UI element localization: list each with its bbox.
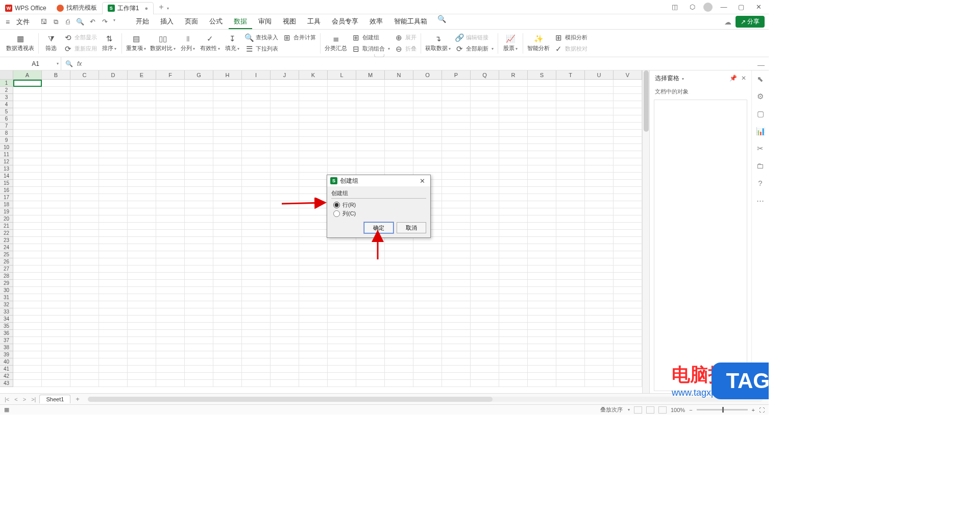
vertical-scrollbar[interactable] [642, 70, 649, 393]
col-header[interactable]: E [128, 70, 156, 79]
cube-icon[interactable]: ⬡ [686, 3, 698, 11]
row-header[interactable]: 5 [0, 108, 13, 115]
dropdown-button[interactable]: ☰下拉列表 [242, 44, 280, 54]
row-header[interactable]: 9 [0, 137, 13, 144]
col-header[interactable]: P [442, 70, 471, 79]
maximize-button[interactable]: ▢ [735, 3, 747, 11]
col-header[interactable]: J [271, 70, 299, 79]
link-icon[interactable]: ⧉ [51, 18, 60, 26]
view-break-icon[interactable] [658, 406, 667, 414]
horizontal-scrollbar[interactable] [88, 397, 763, 402]
expand-button[interactable]: ⊕展开 [392, 33, 419, 43]
row-header[interactable]: 35 [0, 323, 13, 330]
col-header[interactable]: I [242, 70, 271, 79]
row-header[interactable]: 21 [0, 223, 13, 230]
row-header[interactable]: 18 [0, 201, 13, 208]
row-header[interactable]: 8 [0, 130, 13, 137]
screen-icon[interactable]: ▢ [756, 109, 765, 118]
col-radio[interactable]: 列(C) [331, 209, 426, 218]
tab-efficiency[interactable]: 效率 [364, 15, 388, 29]
panel-icon[interactable]: ◫ [669, 3, 681, 11]
col-header[interactable]: C [70, 70, 99, 79]
search-icon[interactable]: 🔍 [433, 15, 450, 29]
col-header[interactable]: F [156, 70, 185, 79]
col-header[interactable]: Q [471, 70, 499, 79]
col-header[interactable]: O [413, 70, 442, 79]
sheet-nav-prev[interactable]: < [13, 396, 19, 402]
consolidate-button[interactable]: ⊞合并计算 [280, 33, 318, 43]
row-header[interactable]: 19 [0, 208, 13, 215]
sheet-tab[interactable]: Sheet1 [39, 395, 70, 403]
ok-button[interactable]: 确定 [364, 222, 394, 233]
undo-icon[interactable]: ↶ [88, 18, 97, 26]
formula-input[interactable] [86, 60, 753, 67]
row-header[interactable]: 25 [0, 251, 13, 258]
tab-start[interactable]: 开始 [131, 15, 154, 29]
row-header[interactable]: 1 [0, 80, 13, 87]
app-tab[interactable]: W WPS Office [0, 2, 52, 14]
row-header[interactable]: 13 [0, 165, 13, 173]
row-header[interactable]: 40 [0, 358, 13, 366]
tab-tools[interactable]: 工具 [302, 15, 326, 29]
tab-close-icon[interactable]: ● [144, 5, 148, 11]
row-header[interactable]: 31 [0, 294, 13, 301]
tab-formula[interactable]: 公式 [204, 15, 228, 29]
add-sheet-button[interactable]: + [72, 395, 83, 403]
filter-button[interactable]: ⧩ 筛选 [41, 33, 61, 53]
file-menu[interactable]: 文件 [13, 17, 33, 27]
ribbon-expand-handle[interactable] [374, 54, 384, 57]
show-all-button[interactable]: ⟲全部显示 [61, 33, 99, 43]
fullscreen-icon[interactable]: ⛶ [759, 407, 765, 413]
tab-insert[interactable]: 插入 [155, 15, 179, 29]
cloud-icon[interactable]: ☁ [724, 18, 731, 26]
row-header[interactable]: 33 [0, 308, 13, 316]
row-header[interactable]: 27 [0, 266, 13, 273]
group-button[interactable]: ⊞创建组 [349, 33, 392, 43]
sheet-nav-next[interactable]: > [21, 396, 28, 402]
backup-icon[interactable]: 🗀 [756, 161, 765, 171]
stocks-button[interactable]: 📈股票▾ [500, 33, 521, 53]
add-tab-button[interactable]: + ▾ [154, 3, 174, 12]
sheet-nav-last[interactable]: >| [30, 396, 37, 402]
cancel-button[interactable]: 取消 [397, 222, 426, 233]
col-header[interactable]: D [99, 70, 128, 79]
split-button[interactable]: ⫴分列▾ [178, 33, 198, 53]
redo-icon[interactable]: ↷ [100, 18, 109, 26]
col-header[interactable]: R [499, 70, 528, 79]
chart-icon[interactable]: 📊 [756, 127, 765, 136]
taskpane-minimize-icon[interactable]: — [757, 61, 769, 69]
template-tab[interactable]: 找稻壳模板 [52, 2, 102, 14]
hamburger-icon[interactable]: ≡ [4, 18, 11, 26]
col-header[interactable]: L [328, 70, 356, 79]
col-header[interactable]: U [585, 70, 614, 79]
close-button[interactable]: ✕ [752, 3, 765, 11]
status-icon[interactable]: ▦ [4, 406, 9, 413]
row-header[interactable]: 29 [0, 280, 13, 287]
view-page-icon[interactable] [646, 406, 654, 414]
refresh-button[interactable]: ⟳全部刷新▾ [453, 44, 496, 54]
row-header[interactable]: 3 [0, 94, 13, 101]
name-box[interactable]: A1 ▾ [10, 57, 61, 70]
row-header[interactable]: 39 [0, 351, 13, 358]
row-header[interactable]: 11 [0, 151, 13, 158]
dialog-titlebar[interactable]: S 创建组 ✕ [327, 175, 430, 186]
col-header[interactable]: V [614, 70, 642, 79]
tab-data[interactable]: 数据 [229, 15, 252, 29]
datacheck-button[interactable]: ✓数据校对 [552, 44, 590, 54]
row-header[interactable]: 36 [0, 330, 13, 337]
row-header[interactable]: 30 [0, 287, 13, 294]
scroll-thumb[interactable] [644, 70, 649, 132]
dup-button[interactable]: ▤重复项▾ [124, 33, 148, 53]
zoom-thumb[interactable] [722, 407, 724, 413]
tab-member[interactable]: 会员专享 [327, 15, 363, 29]
row-header[interactable]: 17 [0, 194, 13, 201]
pin-icon[interactable]: 📌 [729, 75, 737, 82]
fill-button[interactable]: ↧填充▾ [222, 33, 242, 53]
row-header[interactable]: 4 [0, 101, 13, 108]
col-header[interactable]: N [385, 70, 413, 79]
close-icon[interactable]: ✕ [741, 75, 746, 82]
row-header[interactable]: 38 [0, 344, 13, 351]
col-header[interactable]: A [13, 70, 42, 79]
fx-icon[interactable]: fx [77, 60, 82, 67]
row-header[interactable]: 22 [0, 230, 13, 237]
